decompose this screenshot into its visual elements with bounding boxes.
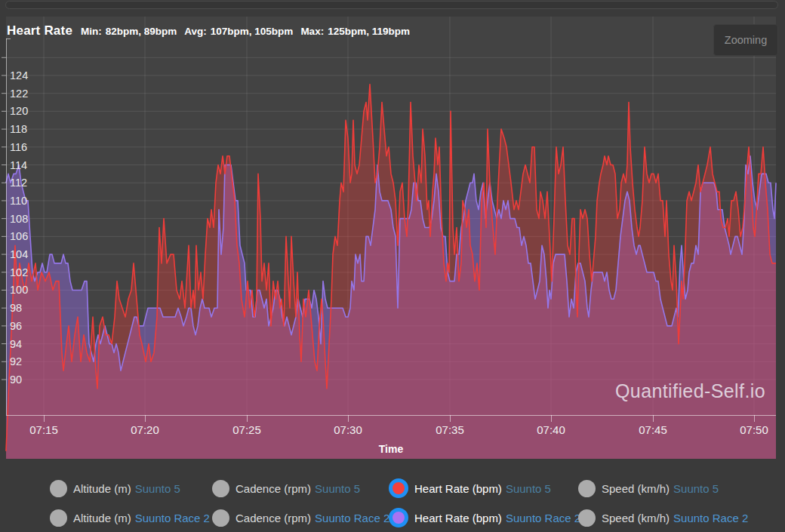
legend-item-heart-rate-bpm-suunto-race-2[interactable]: Heart Rate (bpm)Suunto Race 2	[389, 508, 580, 527]
y-tick-label: 94	[10, 338, 22, 350]
legend-item-cadence-rpm-suunto-5[interactable]: Cadence (rpm)Suunto 5	[212, 478, 360, 498]
legend-metric-label: Heart Rate (bpm)	[414, 482, 502, 495]
chart-title: Heart Rate	[7, 23, 72, 38]
legend-device-link[interactable]: Suunto Race 2	[135, 512, 210, 524]
legend-metric-label: Altitude (m)	[73, 482, 131, 495]
y-tick-label: 92	[10, 355, 22, 367]
legend-metric-label: Heart Rate (bpm)	[414, 512, 502, 524]
legend-device-link[interactable]: Suunto 5	[673, 482, 719, 495]
legend-metric-label: Speed (km/h)	[602, 482, 670, 495]
y-tick-label: 108	[10, 213, 28, 225]
legend-device-link[interactable]: Suunto Race 2	[315, 512, 389, 524]
legend-device-link[interactable]: Suunto Race 2	[506, 512, 580, 524]
stat-min: Min: 82bpm, 89bpm	[81, 26, 177, 37]
legend-metric-label: Speed (km/h)	[602, 512, 670, 524]
legend-device-link[interactable]: Suunto 5	[135, 482, 180, 495]
y-tick-label: 110	[10, 195, 27, 207]
legend-device-link[interactable]: Suunto 5	[315, 482, 360, 495]
legend-swatch-disabled-icon[interactable]	[212, 480, 229, 497]
stat-avg: Avg: 107bpm, 105bpm	[184, 26, 293, 37]
legend-item-heart-rate-bpm-suunto-5[interactable]: Heart Rate (bpm)Suunto 5	[389, 478, 551, 498]
y-tick-label: 90	[10, 374, 22, 386]
y-tick-label: 120	[10, 105, 28, 117]
legend-item-altitude-m-suunto-5[interactable]: Altitude (m)Suunto 5	[50, 478, 180, 498]
stat-max: Max: 125bpm, 119bpm	[300, 26, 410, 37]
watermark: Quantified-Self.io	[615, 380, 765, 402]
y-tick-label: 102	[10, 266, 28, 278]
legend-swatch-disabled-icon[interactable]	[578, 480, 596, 497]
y-tick-label: 122	[10, 88, 28, 100]
y-tick-label: 104	[10, 248, 28, 260]
y-tick-label: 106	[10, 230, 28, 242]
legend-item-altitude-m-suunto-race-2[interactable]: Altitude (m)Suunto Race 2	[50, 508, 210, 527]
legend-swatch-purple-icon[interactable]	[389, 508, 408, 527]
x-axis-title: Time	[379, 443, 404, 455]
x-tick-label: 07:40	[537, 423, 565, 436]
y-tick-label: 124	[10, 69, 28, 81]
x-tick-label: 07:15	[29, 423, 58, 436]
legend-item-cadence-rpm-suunto-race-2[interactable]: Cadence (rpm)Suunto Race 2	[212, 508, 389, 527]
y-tick-label: 100	[10, 284, 28, 296]
x-tick-label: 07:35	[436, 423, 464, 436]
zooming-button[interactable]: Zooming	[713, 24, 778, 56]
chart-scrollbar[interactable]	[5, 1, 778, 9]
legend-item-speed-km-h-suunto-race-2[interactable]: Speed (km/h)Suunto Race 2	[578, 508, 748, 527]
legend-device-link[interactable]: Suunto 5	[506, 482, 551, 495]
x-tick-label: 07:45	[639, 423, 667, 436]
y-tick-label: 98	[10, 302, 22, 314]
legend-metric-label: Cadence (rpm)	[236, 482, 311, 495]
legend-swatch-disabled-icon[interactable]	[212, 509, 229, 527]
chart-header: Heart Rate Min: 82bpm, 89bpm Avg: 107bpm…	[7, 23, 417, 38]
y-tick-label: 112	[10, 177, 27, 189]
legend-item-speed-km-h-suunto-5[interactable]: Speed (km/h)Suunto 5	[578, 478, 719, 498]
legend-swatch-disabled-icon[interactable]	[50, 480, 67, 497]
x-tick-label: 07:50	[740, 423, 768, 436]
x-tick-label: 07:30	[334, 423, 362, 436]
legend-swatch-disabled-icon[interactable]	[578, 509, 596, 527]
y-tick-label: 116	[10, 141, 27, 153]
y-tick-label: 114	[10, 159, 27, 171]
x-tick-label: 07:20	[131, 423, 159, 436]
y-tick-label: 118	[10, 123, 27, 135]
y-tick-label: 96	[10, 320, 22, 332]
legend-swatch-red-icon[interactable]	[389, 478, 408, 498]
legend-metric-label: Altitude (m)	[73, 512, 131, 524]
x-tick-label: 07:25	[232, 423, 261, 436]
legend-device-link[interactable]: Suunto Race 2	[673, 512, 748, 524]
legend-metric-label: Cadence (rpm)	[236, 512, 311, 524]
legend-swatch-disabled-icon[interactable]	[50, 509, 67, 527]
